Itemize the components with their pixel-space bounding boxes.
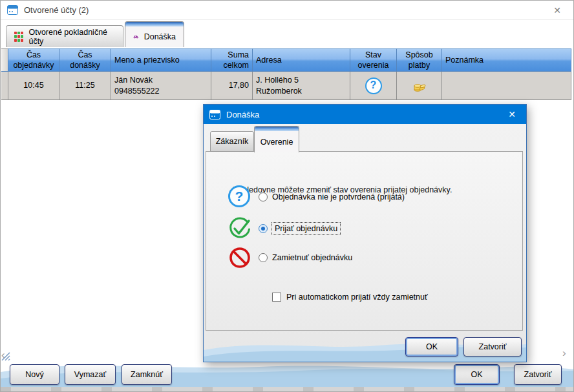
dialog-tab-overenie[interactable]: Overenie — [254, 126, 299, 152]
col-adresa[interactable]: Adresa — [253, 48, 350, 72]
window-title: Otvorené účty (2) — [24, 5, 89, 15]
cell-cas-objednavky: 10:45 — [8, 72, 59, 100]
main-titlebar: Otvorené účty (2) ✕ — [1, 1, 573, 20]
dialog-window-icon — [209, 110, 220, 119]
auto-reject-checkbox[interactable] — [272, 293, 281, 302]
col-meno[interactable]: Meno a priezvisko — [111, 48, 211, 72]
dialog-title: Donáška — [226, 110, 259, 119]
dialog-zatvorit-button[interactable]: Zatvoriť — [463, 337, 522, 356]
table-header-row: Čas objednávky Čas donášky Meno a priezv… — [1, 48, 571, 72]
cell-meno: Ján Novák 0948555222 — [111, 72, 211, 100]
option-label[interactable]: Objednávka nie je potvrdená (prijatá) — [272, 192, 405, 201]
dialog-close-icon[interactable]: ✕ — [504, 108, 520, 121]
col-cas-objednavky[interactable]: Čas objednávky — [8, 48, 59, 72]
tab-donaska[interactable]: Donáška — [125, 21, 184, 47]
table-row[interactable]: 10:45 11:25 Ján Novák 0948555222 17,80 J… — [1, 72, 571, 100]
cell-poznamka — [442, 72, 571, 100]
customer-name: Ján Novák — [114, 75, 153, 85]
deny-icon — [228, 246, 251, 269]
window-icon — [7, 5, 18, 15]
question-icon: ? — [365, 77, 382, 94]
col-poznamka[interactable]: Poznámka — [442, 48, 571, 72]
dialog-ok-button[interactable]: OK — [405, 337, 458, 356]
address-city: Ružomberok — [256, 86, 302, 96]
option-label[interactable]: Prijať objednávku — [272, 223, 340, 234]
cell-cas-donasky: 11:25 — [59, 72, 111, 100]
car-icon — [133, 32, 139, 41]
option-label[interactable]: Zamietnuť objednávku — [272, 253, 352, 262]
option-not-confirmed: ? Objednávka nie je potvrdená (prijatá) — [228, 184, 405, 210]
option-reject: Zamietnuť objednávku — [228, 245, 352, 271]
main-zatvorit-button[interactable]: Zatvoriť — [514, 364, 562, 385]
dialog-body: Zákazník Overenie Nasledovne môžete zmen… — [204, 124, 526, 361]
radio-accept[interactable] — [259, 224, 268, 233]
close-icon[interactable]: ✕ — [550, 4, 564, 17]
header-selector — [1, 48, 8, 72]
vymazat-button[interactable]: Vymazať — [65, 364, 116, 385]
col-stav-overenia[interactable]: Stav overenia — [350, 48, 397, 72]
main-ok-button[interactable]: OK — [454, 364, 500, 385]
col-suma[interactable]: Suma celkom — [211, 48, 253, 72]
tab-label: Donáška — [144, 32, 176, 41]
active-tab-stripe — [125, 22, 184, 26]
tab-otvorene-pokladnicne-ucty[interactable]: Otvorené pokladničné účty — [6, 25, 123, 47]
active-tab-stripe — [255, 127, 299, 131]
resize-grip[interactable] — [1, 351, 10, 361]
radio-reject[interactable] — [259, 253, 268, 262]
checkbox-label[interactable]: Pri automatickom prijatí vždy zamietnuť — [286, 293, 428, 302]
cell-adresa: J. Hollého 5 Ružomberok — [253, 72, 350, 100]
cell-stav-overenia: ? — [350, 72, 397, 100]
dialog-tab-zakaznik[interactable]: Zákazník — [210, 131, 254, 152]
tab-label: Otvorené pokladničné účty — [28, 28, 115, 46]
coins-icon — [412, 79, 427, 93]
radio-not-confirmed[interactable] — [259, 192, 268, 201]
row-selector[interactable] — [1, 72, 8, 100]
col-cas-donasky[interactable]: Čas donášky — [59, 48, 111, 72]
cell-sposob-platby — [397, 72, 442, 100]
col-sposob-platby[interactable]: Spôsob platby — [397, 48, 442, 72]
main-tabstrip: Otvorené pokladničné účty Donáška — [1, 20, 573, 47]
customer-phone: 0948555222 — [114, 86, 160, 96]
cell-suma: 17,80 — [211, 72, 253, 100]
novy-button[interactable]: Nový — [10, 364, 59, 385]
dialog-footer: OK Zatvoriť — [204, 331, 526, 362]
auto-reject-row: Pri automatickom prijatí vždy zamietnuť — [272, 291, 428, 304]
bottom-strip — [1, 387, 574, 391]
tab-label: Overenie — [260, 138, 293, 147]
check-icon — [228, 217, 251, 240]
option-accept: Prijať objednávku — [228, 216, 340, 242]
address-street: J. Hollého 5 — [256, 75, 299, 85]
question-icon: ? — [228, 185, 250, 207]
dialog-titlebar: Donáška ✕ — [204, 105, 526, 124]
zamknut-button[interactable]: Zamknúť — [122, 364, 172, 385]
otvorene-ucty-window: Otvorené účty (2) ✕ Otvorené pokladničné… — [0, 0, 574, 392]
donaska-dialog: Donáška ✕ Zákazník Overenie Nasledovne m… — [203, 104, 527, 362]
orders-table: Čas objednávky Čas donášky Meno a priezv… — [1, 48, 571, 100]
grid-icon — [14, 32, 23, 42]
